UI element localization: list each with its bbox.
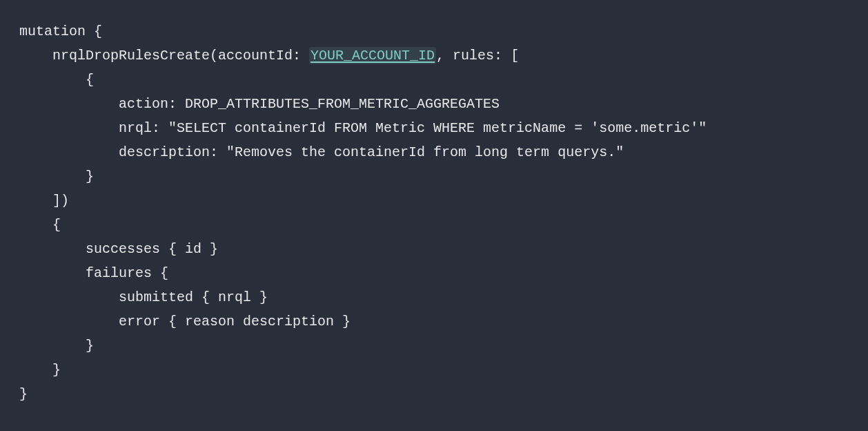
code-line: }: [19, 164, 868, 189]
code-line: nrql: "SELECT containerId FROM Metric WH…: [19, 116, 868, 140]
account-id-placeholder: YOUR_ACCOUNT_ID: [309, 47, 436, 64]
code-line: nrqlDropRulesCreate(accountId: YOUR_ACCO…: [19, 44, 868, 68]
code-text: nrqlDropRulesCreate(accountId:: [19, 48, 309, 64]
code-line: mutation {: [19, 19, 868, 44]
code-line: }: [19, 382, 868, 406]
code-block: mutation { nrqlDropRulesCreate(accountId…: [19, 19, 868, 406]
code-line: {: [19, 68, 868, 92]
code-line: ]): [19, 189, 868, 213]
code-line: submitted { nrql }: [19, 285, 868, 309]
code-line: action: DROP_ATTRIBUTES_FROM_METRIC_AGGR…: [19, 92, 868, 116]
code-line: description: "Removes the containerId fr…: [19, 140, 868, 164]
code-line: successes { id }: [19, 237, 868, 261]
code-text: , rules: [: [436, 48, 519, 64]
code-line: failures {: [19, 261, 868, 285]
code-line: }: [19, 358, 868, 382]
code-line: }: [19, 334, 868, 358]
code-line: error { reason description }: [19, 309, 868, 334]
code-line: {: [19, 213, 868, 237]
